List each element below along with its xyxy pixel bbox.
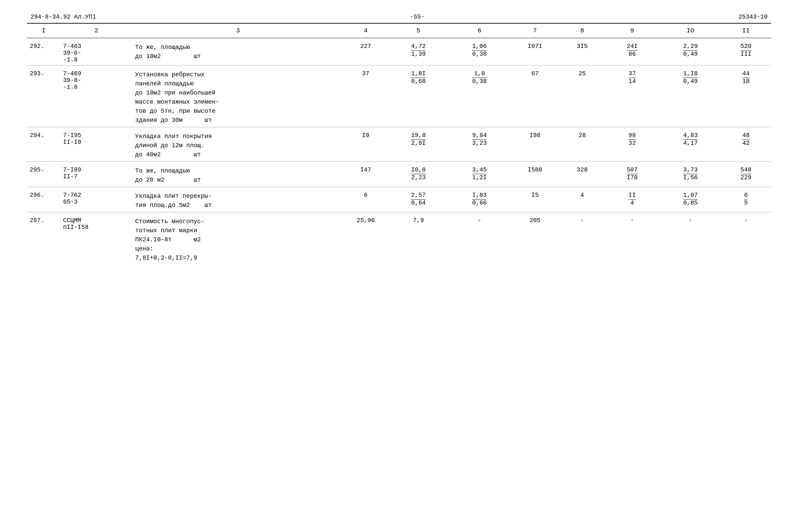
row-col11: 65 bbox=[721, 187, 771, 212]
table-row: 294.7-I95 II-I0Укладка плит покрытия дли… bbox=[27, 127, 771, 162]
row-col10: 2,290,49 bbox=[660, 38, 721, 65]
col-header-5: 5 bbox=[388, 23, 449, 38]
row-num: 294. bbox=[27, 127, 60, 162]
row-col7: I98 bbox=[510, 127, 560, 162]
column-headers: I 2 3 4 5 6 7 8 9 IO II bbox=[27, 23, 771, 38]
row-col9: 24I86 bbox=[605, 38, 660, 65]
header-left: 294-8-34.92 Ал.УП1 bbox=[31, 14, 96, 20]
row-code: 7-I95 II-I0 bbox=[60, 127, 133, 162]
row-code: 7-469 39-8- -1.8 bbox=[60, 65, 133, 127]
row-col11: - bbox=[721, 212, 771, 265]
col-header-9: 9 bbox=[605, 23, 660, 38]
row-col11: 520III bbox=[721, 38, 771, 65]
row-code: 7-762 65-3 bbox=[60, 187, 133, 212]
row-col7: I5 bbox=[510, 187, 560, 212]
row-desc: Укладка плит покрытия длиной до 12м площ… bbox=[132, 127, 344, 162]
row-col7: I07I bbox=[510, 38, 560, 65]
row-col8: 328 bbox=[560, 162, 605, 187]
header-right: 25343-10 bbox=[739, 14, 767, 20]
row-col10: 4,834,17 bbox=[660, 127, 721, 162]
row-desc: Установка ребристых панелей площадью до … bbox=[132, 65, 344, 127]
col-header-2: 2 bbox=[60, 23, 133, 38]
row-col6: - bbox=[449, 212, 510, 265]
row-desc: Укладка плит перекры- тия площ.до 5м2 шт bbox=[132, 187, 344, 212]
col-header-11: II bbox=[721, 23, 771, 38]
row-col4: 227 bbox=[344, 38, 388, 65]
row-num: 293. bbox=[27, 65, 60, 127]
row-col10: 3,73I,56 bbox=[660, 162, 721, 187]
row-col7: I588 bbox=[510, 162, 560, 187]
row-col7: 67 bbox=[510, 65, 560, 127]
col-header-6: 6 bbox=[449, 23, 510, 38]
col-header-3: 3 bbox=[132, 23, 344, 38]
row-col5: 2,570,64 bbox=[388, 187, 449, 212]
row-desc: То же, площадью до 20 м2 шт bbox=[132, 162, 344, 187]
table-row: 292.7-463 39-6- -1.8То же, площадью до 1… bbox=[27, 38, 771, 65]
row-col8: 4 bbox=[560, 187, 605, 212]
col-header-10: IO bbox=[660, 23, 721, 38]
row-col5: 1,8I0,68 bbox=[388, 65, 449, 127]
row-col11: 4418 bbox=[721, 65, 771, 127]
row-col4: I47 bbox=[344, 162, 388, 187]
row-col6: 3,451,2I bbox=[449, 162, 510, 187]
page-header: 294-8-34.92 Ал.УП1 -55- 25343-10 bbox=[27, 14, 771, 20]
row-col11: 4842 bbox=[721, 127, 771, 162]
row-col7: 205 bbox=[510, 212, 560, 265]
col-header-4: 4 bbox=[344, 23, 388, 38]
table-row: 293.7-469 39-8- -1.8Установка ребристых … bbox=[27, 65, 771, 127]
table-row: 297.ССЦММ пII-I58Стоимость многопус- тот… bbox=[27, 212, 771, 265]
row-col10: - bbox=[660, 212, 721, 265]
col-header-7: 7 bbox=[510, 23, 560, 38]
row-num: 292. bbox=[27, 38, 60, 65]
col-header-8: 8 bbox=[560, 23, 605, 38]
row-num: 295. bbox=[27, 162, 60, 187]
main-table: I 2 3 4 5 6 7 8 9 IO II 292.7-463 39-6- … bbox=[27, 23, 771, 265]
row-col8: 25 bbox=[560, 65, 605, 127]
row-col6: 1,060,38 bbox=[449, 38, 510, 65]
row-col9: 9832 bbox=[605, 127, 660, 162]
row-col8: 3I5 bbox=[560, 38, 605, 65]
row-num: 297. bbox=[27, 212, 60, 265]
row-col9: - bbox=[605, 212, 660, 265]
row-col6: 9,843,23 bbox=[449, 127, 510, 162]
row-col8: 28 bbox=[560, 127, 605, 162]
row-col9: II4 bbox=[605, 187, 660, 212]
row-col5: 4,721,39 bbox=[388, 38, 449, 65]
row-col6: I,830,66 bbox=[449, 187, 510, 212]
row-desc: Стоимость многопус- тотных плит марки ПК… bbox=[132, 212, 344, 265]
row-col5: 19,82,8I bbox=[388, 127, 449, 162]
row-col4: I0 bbox=[344, 127, 388, 162]
col-header-1: I bbox=[27, 23, 60, 38]
row-col6: 1,00,38 bbox=[449, 65, 510, 127]
row-desc: То же, площадью до 10м2 шт bbox=[132, 38, 344, 65]
row-col5: 7,9 bbox=[388, 212, 449, 265]
row-col8: - bbox=[560, 212, 605, 265]
row-code: 7-I89 II-7 bbox=[60, 162, 133, 187]
row-col5: I0,82,23 bbox=[388, 162, 449, 187]
row-col11: 548229 bbox=[721, 162, 771, 187]
row-col4: 6 bbox=[344, 187, 388, 212]
row-col9: 3714 bbox=[605, 65, 660, 127]
row-col4: 25,96 bbox=[344, 212, 388, 265]
row-col4: 37 bbox=[344, 65, 388, 127]
table-row: 296.7-762 65-3Укладка плит перекры- тия … bbox=[27, 187, 771, 212]
row-code: ССЦММ пII-I58 bbox=[60, 212, 133, 265]
row-code: 7-463 39-6- -1.8 bbox=[60, 38, 133, 65]
row-col10: 1,I80,49 bbox=[660, 65, 721, 127]
table-row: 295.7-I89 II-7То же, площадью до 20 м2 ш… bbox=[27, 162, 771, 187]
row-num: 296. bbox=[27, 187, 60, 212]
row-col10: 1,070,85 bbox=[660, 187, 721, 212]
row-col9: 507I78 bbox=[605, 162, 660, 187]
header-center: -55- bbox=[410, 14, 425, 20]
